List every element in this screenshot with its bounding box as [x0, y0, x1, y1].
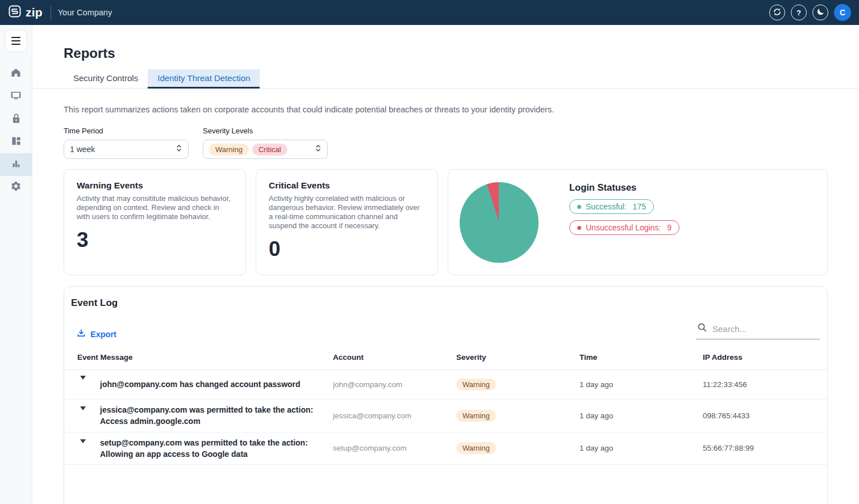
dark-mode-button[interactable] — [812, 5, 828, 20]
monitor-icon — [10, 90, 22, 103]
brand-logo[interactable]: zip — [8, 5, 43, 20]
row-expander-icon[interactable] — [80, 439, 86, 453]
severity-badge: Warning — [456, 442, 496, 454]
sidebar-item-devices[interactable] — [0, 85, 32, 108]
row-expander-icon[interactable] — [80, 376, 86, 389]
export-label: Export — [90, 330, 116, 339]
sync-icon — [773, 7, 782, 18]
event-message-cell: jessica@company.com was permitted to tak… — [100, 400, 333, 432]
kanban-icon — [11, 136, 22, 149]
column-header-time: Time — [579, 353, 703, 362]
zip-logo-icon — [8, 5, 22, 20]
ip-address-cell: 098:765:4433 — [703, 411, 827, 420]
search-input[interactable] — [712, 324, 819, 334]
time-cell: 1 day ago — [579, 444, 703, 452]
search-box — [696, 320, 820, 339]
main-content: Reports Security Controls Identity Threa… — [32, 25, 859, 504]
filters-row: Time Period 1 week Severity Levels — [64, 127, 828, 159]
successful-value: 175 — [633, 202, 646, 211]
tabs-bar: Security Controls Identity Threat Detect… — [32, 69, 859, 89]
sidebar — [0, 25, 32, 504]
severity-select[interactable]: WarningCritical — [203, 140, 328, 159]
login-statuses-title: Login Statuses — [569, 182, 679, 193]
home-icon — [10, 67, 22, 81]
hamburger-icon — [11, 37, 20, 38]
help-button[interactable]: ? — [791, 5, 807, 20]
sidebar-item-settings[interactable] — [0, 176, 32, 199]
table-row[interactable]: setup@company.com was permitted to take … — [64, 432, 827, 465]
bar-chart-icon — [11, 158, 22, 171]
critical-events-card: Critical Events Activity highly correlat… — [256, 169, 438, 275]
chevron-up-down-icon — [176, 144, 182, 155]
time-period-value: 1 week — [70, 145, 176, 154]
company-name: Your Company — [58, 8, 112, 17]
time-period-label: Time Period — [64, 127, 189, 135]
warning-events-card: Warning Events Activity that may consiti… — [64, 169, 246, 275]
menu-toggle-button[interactable] — [5, 30, 27, 52]
critical-events-description: Activity highly correlated with maliciou… — [269, 194, 425, 230]
event-message-cell: john@company.com has changed account pas… — [100, 374, 333, 394]
event-message-cell: setup@company.com was permitted to take … — [100, 432, 333, 465]
export-button[interactable]: Export — [77, 329, 116, 339]
dark-mode-moon-icon — [816, 7, 825, 18]
tab-security-controls[interactable]: Security Controls — [64, 69, 148, 89]
topbar-divider — [51, 5, 51, 20]
row-expander-icon[interactable] — [80, 406, 86, 420]
unsuccessful-label: Unsuccessful Logins: — [586, 223, 661, 232]
column-header-account: Account — [333, 353, 456, 362]
severity-values: WarningCritical — [209, 144, 315, 156]
severity-warning-pill: Warning — [209, 144, 249, 156]
severity-badge: Warning — [456, 379, 496, 390]
user-avatar[interactable]: C — [834, 4, 851, 21]
search-icon — [697, 322, 707, 335]
account-cell: jessica@company.com — [333, 411, 456, 420]
successful-label: Successful: — [586, 202, 627, 211]
ip-address-cell: 55:66:77:88:99 — [703, 444, 827, 452]
severity-badge: Warning — [456, 410, 496, 422]
login-pie-chart — [460, 182, 539, 263]
help-icon: ? — [797, 9, 801, 17]
brand-name: zip — [26, 6, 43, 19]
event-log-card: Event Log Export — [64, 286, 828, 504]
page-title: Reports — [64, 45, 859, 61]
sidebar-item-home[interactable] — [0, 62, 32, 85]
download-icon — [77, 329, 86, 339]
warning-events-count: 3 — [77, 228, 233, 252]
account-cell: setup@company.com — [333, 444, 456, 452]
table-row[interactable]: jessica@company.com was permitted to tak… — [64, 400, 827, 432]
teal-dot-icon — [577, 205, 581, 209]
warning-events-title: Warning Events — [77, 180, 233, 191]
sidebar-item-reports[interactable] — [0, 153, 32, 176]
unsuccessful-value: 9 — [667, 223, 672, 232]
table-row[interactable]: john@company.com has changed account pas… — [64, 370, 827, 400]
time-period-filter: Time Period 1 week — [64, 127, 189, 159]
time-cell: 1 day ago — [579, 380, 703, 389]
warning-events-description: Activity that may consititute malicious … — [77, 194, 233, 221]
gear-icon — [10, 180, 22, 194]
lock-icon — [11, 113, 22, 126]
sync-button[interactable] — [769, 5, 785, 20]
red-dot-icon — [577, 226, 581, 230]
severity-critical-pill: Critical — [252, 144, 287, 156]
tab-identity-threat-detection[interactable]: Identity Threat Detection — [148, 69, 260, 89]
account-cell: john@company.com — [333, 380, 456, 389]
severity-filter: Severity Levels WarningCritical — [203, 127, 328, 159]
critical-events-count: 0 — [269, 237, 425, 261]
column-header-severity: Severity — [456, 353, 579, 362]
critical-events-title: Critical Events — [269, 180, 425, 191]
report-description: This report summarizes actions taken on … — [64, 105, 828, 114]
top-bar: zip Your Company ? C — [0, 0, 859, 25]
sidebar-item-security[interactable] — [0, 108, 32, 131]
column-header-event-message: Event Message — [77, 353, 333, 362]
event-table-header: Event Message Account Severity Time IP A… — [64, 339, 827, 370]
event-table-body: john@company.com has changed account pas… — [64, 370, 827, 465]
unsuccessful-logins-badge: Unsuccessful Logins: 9 — [569, 220, 679, 235]
sidebar-item-dashboard[interactable] — [0, 131, 32, 153]
time-cell: 1 day ago — [579, 411, 703, 420]
ip-address-cell: 11:22:33:456 — [703, 380, 827, 389]
time-period-select[interactable]: 1 week — [64, 140, 189, 159]
event-log-title: Event Log — [64, 287, 827, 309]
login-statuses-card: Login Statuses Successful: 175 Unsuccess… — [448, 169, 828, 275]
severity-label: Severity Levels — [203, 127, 328, 135]
successful-logins-badge: Successful: 175 — [569, 199, 654, 214]
